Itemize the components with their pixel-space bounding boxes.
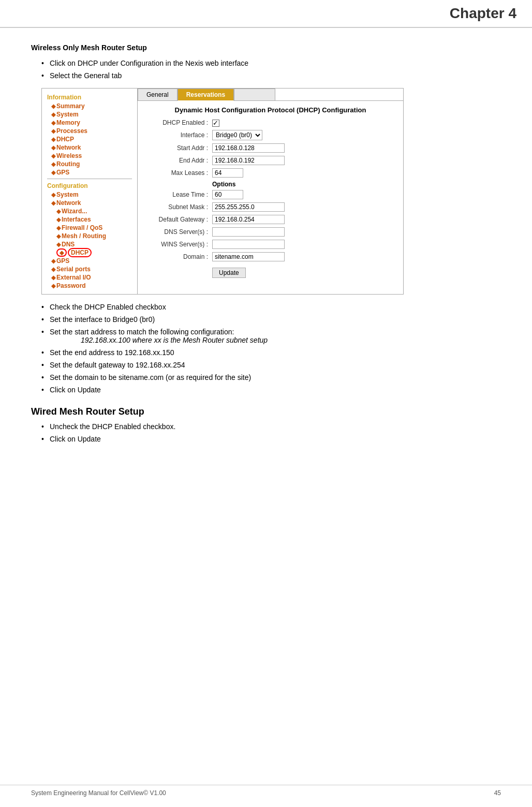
list-item: Uncheck the DHCP Enabled checkbox. [41,422,501,431]
subnet-mask-label: Subnet Mask : [145,203,212,211]
default-gateway-label: Default Gateway : [145,216,212,223]
options-label: Options [145,181,396,188]
max-leases-row: Max Leases : [145,168,396,178]
sidebar-item-external-io[interactable]: ◆External I/O [42,273,137,282]
wireless-section-title: Wireless Only Mesh Router Setup [31,43,501,52]
lease-time-input[interactable] [212,190,243,199]
wireless-bullets-2: Check the DHCP Enabled checkbox Set the … [41,303,501,394]
default-gateway-input[interactable] [212,215,285,224]
wins-servers-input[interactable] [212,240,285,249]
start-addr-input[interactable] [212,143,285,153]
wins-servers-label: WINS Server(s) : [145,241,212,248]
indented-config-text: 192.168.xx.100 where xx is the Mesh Rout… [81,336,501,344]
max-leases-label: Max Leases : [145,169,212,177]
subnet-mask-input[interactable] [212,202,285,212]
sidebar-item-serial-ports[interactable]: ◆Serial ports [42,265,137,273]
sidebar-item-summary[interactable]: ◆Summary [42,102,137,110]
sidebar-item-firewall[interactable]: ◆Firewall / QoS [42,224,137,232]
domain-label: Domain : [145,253,212,260]
update-row: Update [145,265,396,278]
sidebar-item-wizard[interactable]: ◆Wizard... [42,207,137,215]
info-section-label: Information [42,93,137,102]
chapter-title: Chapter 4 [450,5,516,21]
config-section-label: Configuration [42,181,137,190]
start-addr-label: Start Addr : [145,144,212,152]
subnet-mask-row: Subnet Mask : [145,202,396,212]
main-content: Wireless Only Mesh Router Setup Click on… [0,28,532,466]
page-footer: System Engineering Manual for CellView© … [0,785,532,797]
dns-servers-row: DNS Server(s) : [145,227,396,237]
sidebar-divider-1 [47,179,132,179]
list-item: Click on Update [41,435,501,443]
footer-right: 45 [494,789,501,797]
interface-select-wrapper: Bridge0 (br0) [212,130,262,140]
sidebar-item-processes[interactable]: ◆Processes [42,127,137,135]
dhcp-screenshot: Information ◆Summary ◆System ◆Memory ◆Pr… [41,88,404,295]
end-addr-input[interactable] [212,156,285,165]
sidebar-item-system-config[interactable]: ◆System [42,190,137,199]
dhcp-config-panel: General Reservations Dynamic Host Config… [138,89,403,294]
wired-bullets: Uncheck the DHCP Enabled checkbox. Click… [41,422,501,443]
max-leases-input[interactable] [212,168,243,178]
dhcp-form-title: Dynamic Host Configuration Protocol (DHC… [145,106,396,114]
sidebar-item-system-info[interactable]: ◆System [42,110,137,119]
dns-servers-input[interactable] [212,227,285,237]
sidebar-item-network-info[interactable]: ◆Network [42,143,137,152]
dhcp-enabled-checkbox[interactable] [212,119,219,127]
interface-row: Interface : Bridge0 (br0) [145,130,396,140]
dhcp-enabled-row: DHCP Enabled : [145,119,396,127]
tab-general[interactable]: General [138,89,178,100]
end-addr-label: End Addr : [145,157,212,164]
dhcp-enabled-check[interactable] [212,120,219,127]
sidebar-item-gps-info[interactable]: ◆GPS [42,168,137,177]
nav-sidebar: Information ◆Summary ◆System ◆Memory ◆Pr… [42,89,138,294]
sidebar-item-dhcp-config[interactable]: ◆DHCP [42,248,137,257]
sidebar-item-interfaces[interactable]: ◆Interfaces [42,215,137,224]
end-addr-row: End Addr : [145,156,396,165]
list-item: Click on Update [41,386,501,394]
sidebar-item-routing-info[interactable]: ◆Routing [42,160,137,168]
default-gateway-row: Default Gateway : [145,215,396,224]
list-item: Set the domain to be sitename.com (or as… [41,373,501,382]
sidebar-item-dhcp-info[interactable]: ◆DHCP [42,135,137,143]
page-header: Chapter 4 [0,0,532,28]
wired-section-title: Wired Mesh Router Setup [31,406,501,417]
list-item: Set the start address to match the follo… [41,328,501,344]
sidebar-item-memory[interactable]: ◆Memory [42,119,137,127]
update-button[interactable]: Update [212,268,246,278]
domain-row: Domain : [145,252,396,261]
tab-empty[interactable] [234,89,275,100]
dhcp-enabled-label: DHCP Enabled : [145,119,212,126]
dns-servers-label: DNS Server(s) : [145,228,212,236]
interface-select[interactable]: Bridge0 (br0) [212,130,262,140]
lease-time-label: Lease Time : [145,191,212,198]
sidebar-item-mesh-routing[interactable]: ◆Mesh / Routing [42,232,137,240]
list-item: Set the interface to Bridge0 (br0) [41,315,501,324]
sidebar-item-gps-config[interactable]: ◆GPS [42,257,137,265]
sidebar-item-network-config[interactable]: ◆Network [42,199,137,207]
config-tabs: General Reservations [138,89,403,101]
interface-label: Interface : [145,131,212,139]
start-addr-row: Start Addr : [145,143,396,153]
list-item: Set the default gateway to 192.168.xx.25… [41,361,501,369]
list-item: Select the General tab [41,71,501,80]
footer-left: System Engineering Manual for CellView© … [31,789,166,797]
sidebar-item-password[interactable]: ◆Password [42,282,137,290]
sidebar-item-wireless[interactable]: ◆Wireless [42,152,137,160]
domain-input[interactable] [212,252,285,261]
list-item: Click on DHCP under Configuration in the… [41,59,501,67]
wireless-bullets-1: Click on DHCP under Configuration in the… [41,59,501,80]
list-item: Set the end address to 192.168.xx.150 [41,348,501,357]
wins-servers-row: WINS Server(s) : [145,240,396,249]
dhcp-config-form: Dynamic Host Configuration Protocol (DHC… [138,101,403,286]
lease-time-row: Lease Time : [145,190,396,199]
tab-reservations[interactable]: Reservations [178,89,234,101]
sidebar-item-dns[interactable]: ◆DNS [42,240,137,248]
list-item: Check the DHCP Enabled checkbox [41,303,501,311]
